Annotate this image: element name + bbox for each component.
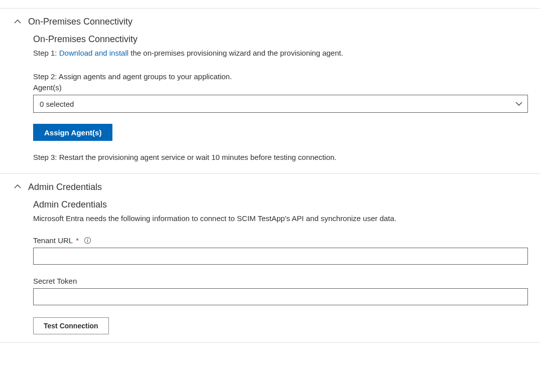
agents-label: Agent(s) [33,83,540,92]
tenant-url-label: Tenant URL [33,236,73,245]
svg-rect-2 [87,240,88,243]
admin-credentials-section: Admin Credentials Admin Credentials Micr… [0,174,540,343]
chevron-down-icon [515,100,522,107]
svg-point-1 [87,239,88,240]
download-install-link[interactable]: Download and install [59,49,128,57]
admin-credentials-subtitle: Admin Credentials [33,200,540,210]
tenant-url-input[interactable] [33,248,528,265]
secret-token-label-row: Secret Token [33,277,540,285]
on-premises-connectivity-header[interactable]: On-Premises Connectivity [0,9,540,34]
agents-dropdown[interactable]: 0 selected [33,95,528,113]
section-title: Admin Credentials [28,182,102,192]
step-1-suffix: the on-premises provisioning wizard and … [128,49,343,57]
test-connection-button[interactable]: Test Connection [33,317,109,334]
admin-credentials-description: Microsoft Entra needs the following info… [33,213,540,225]
agents-selected-value: 0 selected [40,100,74,108]
chevron-up-icon [14,19,21,26]
secret-token-input[interactable] [33,288,528,305]
chevron-up-icon [14,183,21,190]
secret-token-label: Secret Token [33,277,77,285]
on-premises-subtitle: On-Premises Connectivity [33,34,540,45]
admin-credentials-header[interactable]: Admin Credentials [0,174,540,200]
tenant-url-label-row: Tenant URL * [33,236,540,245]
step-2-text: Step 2: Assign agents and agent groups t… [33,71,540,83]
step-1-prefix: Step 1: [33,49,59,57]
required-indicator: * [76,236,79,245]
info-icon[interactable] [84,237,91,244]
assign-agents-button[interactable]: Assign Agent(s) [33,124,112,141]
step-3-text: Step 3: Restart the provisioning agent s… [33,152,540,163]
section-title: On-Premises Connectivity [28,17,132,27]
step-1-text: Step 1: Download and install the on-prem… [33,48,540,59]
on-premises-connectivity-section: On-Premises Connectivity On-Premises Con… [0,9,540,174]
